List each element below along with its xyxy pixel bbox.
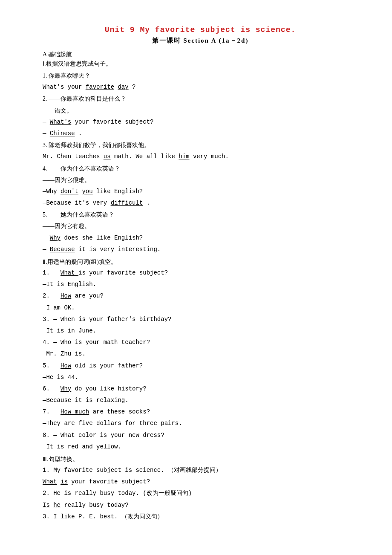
part2-item-6: 6. — Why do you like history? —Because i… — [43, 384, 358, 406]
item-4-english-2: —Because it's very difficult . — [43, 198, 358, 208]
part2-a2: —I am OK. — [43, 303, 358, 313]
part3-a1: What is your favorite subject? — [43, 477, 358, 487]
part3-q3: 3. I like P. E. best. （改为同义句） — [43, 512, 358, 522]
part2-a4: —Mr. Zhu is. — [43, 349, 358, 359]
section-a-label: A 基础起航 — [43, 51, 358, 58]
part2-item-4: 4. — Who is your math teacher? —Mr. Zhu … — [43, 337, 358, 359]
item-5-chinese2: ——因为它有趣。 — [43, 221, 358, 231]
item-2-english-1: — What's your favorite subject? — [43, 117, 358, 127]
item-5-chinese: 5. ——她为什么喜欢英语？ — [43, 209, 358, 220]
subtitle: 第一课时 Section A (1a－2d) — [43, 37, 358, 45]
part2-item-8: 8. — What color is your new dress? —It i… — [43, 430, 358, 452]
part2-a7: —They are five dollars for three pairs. — [43, 418, 358, 429]
part2-item-7: 7. — How much are these socks? —They are… — [43, 407, 358, 429]
item-5-english-1: — Why does she like English? — [43, 233, 358, 243]
item-2-chinese: 2. ——你最喜欢的科目是什么？ — [43, 93, 358, 104]
item-3-english: Mr. Chen teaches us math. We all like hi… — [43, 151, 358, 162]
part2-q7: 7. — How much are these socks? — [43, 407, 358, 417]
item-3: 3. 陈老师教我们数学，我们都很喜欢他。 Mr. Chen teaches us… — [43, 140, 358, 162]
part2-instruction: Ⅱ.用适当的疑问词(组)填空。 — [43, 258, 358, 266]
item-1-chinese: 1. 你最喜欢哪天？ — [43, 70, 358, 81]
item-4-chinese2: ——因为它很难。 — [43, 175, 358, 185]
part2-a1: —It is English. — [43, 279, 358, 290]
part3-q1: 1. My favorite subject is science. （对画线部… — [43, 465, 358, 476]
item-1: 1. 你最喜欢哪天？ What's your favorite day ? — [43, 70, 358, 92]
item-1-english: What's your favorite day ? — [43, 82, 358, 92]
item-5-english-2: — Because it is very interesting. — [43, 244, 358, 255]
part2-q3: 3. — When is your father's birthday? — [43, 314, 358, 325]
part2-a8: —It is red and yellow. — [43, 442, 358, 452]
part1-instruction: Ⅰ.根据汉语意思完成句子。 — [43, 60, 358, 68]
item-5: 5. ——她为什么喜欢英语？ ——因为它有趣。 — Why does she l… — [43, 209, 358, 255]
item-4-chinese: 4. ——你为什么不喜欢英语？ — [43, 163, 358, 174]
part2-a5: —He is 44. — [43, 372, 358, 383]
part3-item-2: 2. He is really busy today. (改为一般疑问句) Is… — [43, 488, 358, 510]
item-2-chinese2: ——语文。 — [43, 105, 358, 116]
part3-item-3: 3. I like P. E. best. （改为同义句） — [43, 512, 358, 522]
part2-q2: 2. — How are you? — [43, 291, 358, 301]
part3-a2: Is he really busy today? — [43, 500, 358, 511]
page-title: Unit 9 My favorite subject is science. — [43, 26, 358, 34]
part3-item-1: 1. My favorite subject is science. （对画线部… — [43, 465, 358, 487]
item-3-chinese: 3. 陈老师教我们数学，我们都很喜欢他。 — [43, 140, 358, 150]
part2-item-1: 1. — What is your favorite subject? —It … — [43, 268, 358, 290]
item-4-english-1: —Why don't you like English? — [43, 186, 358, 197]
part2-item-2: 2. — How are you? —I am OK. — [43, 291, 358, 313]
part2-item-5: 5. — How old is your father? —He is 44. — [43, 361, 358, 383]
part2-a3: —It is in June. — [43, 326, 358, 336]
item-2-english-2: — Chinese . — [43, 128, 358, 139]
part2-q6: 6. — Why do you like history? — [43, 384, 358, 394]
part2-q5: 5. — How old is your father? — [43, 361, 358, 371]
item-2: 2. ——你最喜欢的科目是什么？ ——语文。 — What's your fav… — [43, 93, 358, 139]
part2-q8: 8. — What color is your new dress? — [43, 430, 358, 441]
part2-q4: 4. — Who is your math teacher? — [43, 337, 358, 348]
part2-item-3: 3. — When is your father's birthday? —It… — [43, 314, 358, 336]
part3-q2: 2. He is really busy today. (改为一般疑问句) — [43, 488, 358, 499]
part2-q1: 1. — What is your favorite subject? — [43, 268, 358, 278]
part2-a6: —Because it is relaxing. — [43, 395, 358, 406]
part3-instruction: Ⅲ.句型转换。 — [43, 456, 358, 463]
item-4: 4. ——你为什么不喜欢英语？ ——因为它很难。 —Why don't you … — [43, 163, 358, 209]
